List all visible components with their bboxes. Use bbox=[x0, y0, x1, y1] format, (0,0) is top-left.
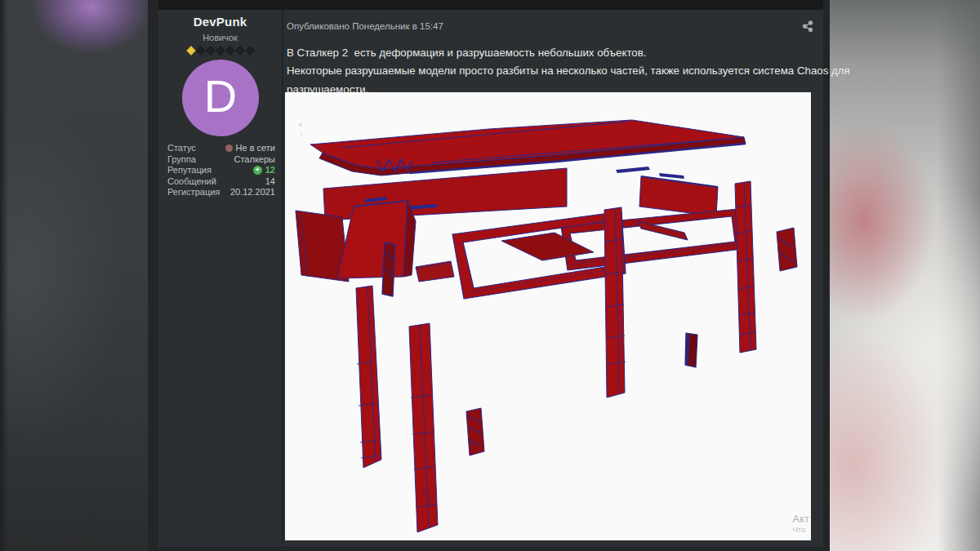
stat-value: 14 bbox=[265, 176, 275, 188]
post-text-line: Некоторые разрушаемые модели просто разб… bbox=[287, 62, 850, 80]
rating-pip bbox=[206, 46, 215, 55]
stat-label: Сообщений bbox=[167, 176, 216, 188]
stat-value: Сталкеры bbox=[234, 154, 275, 166]
rating-pip bbox=[216, 46, 225, 55]
share-icon[interactable] bbox=[802, 20, 813, 32]
offline-status-dot-icon bbox=[225, 144, 233, 152]
rating-pip-filled bbox=[186, 46, 195, 55]
stat-row-registered: Регистрация 20.12.2021 bbox=[167, 187, 275, 198]
post-published-timestamp: Опубликовано Понедельник в 15:47 bbox=[287, 21, 443, 31]
stat-row-reputation: Репутация + 12 bbox=[167, 165, 275, 176]
sidebar-divider bbox=[282, 10, 283, 547]
post-attached-image[interactable]: Акт Что bbox=[285, 92, 811, 540]
stat-label: Статус bbox=[167, 143, 196, 154]
stat-value: Не в сети bbox=[236, 143, 275, 154]
exploded-table-3d-render bbox=[285, 92, 811, 540]
stat-value: 12 bbox=[265, 165, 275, 176]
screenshot-stage: DevPunk Новичок D Статус Не в сет bbox=[0, 0, 980, 551]
stat-value: 20.12.2021 bbox=[230, 187, 275, 198]
post-text-line: В Сталкер 2 есть деформация и разрушаемо… bbox=[287, 44, 850, 62]
stat-label: Регистрация bbox=[167, 187, 220, 198]
post-body: В Сталкер 2 есть деформация и разрушаемо… bbox=[287, 44, 850, 99]
user-stats-list: Статус Не в сети Группа Сталкеры Репутац… bbox=[167, 143, 275, 198]
forum-post-panel: DevPunk Новичок D Статус Не в сет bbox=[158, 10, 823, 551]
stat-row-group: Группа Сталкеры bbox=[167, 154, 275, 166]
watermark-line: Что bbox=[793, 525, 809, 534]
stat-row-status: Статус Не в сети bbox=[167, 143, 275, 154]
reputation-plus-icon: + bbox=[253, 166, 262, 175]
user-rating-pips bbox=[158, 47, 282, 54]
panel-bottom-edge bbox=[158, 548, 823, 551]
avatar-letter: D bbox=[204, 73, 237, 119]
blurred-background-right bbox=[830, 0, 980, 551]
background-left-strip bbox=[148, 0, 158, 551]
stat-row-messages: Сообщений 14 bbox=[167, 176, 275, 188]
stat-label: Репутация bbox=[167, 165, 212, 176]
rating-pip bbox=[245, 46, 254, 55]
user-info-sidebar: DevPunk Новичок D Статус Не в сет bbox=[158, 10, 282, 547]
avatar[interactable]: D bbox=[182, 60, 259, 136]
blurred-background-left bbox=[0, 0, 148, 551]
rating-pip bbox=[235, 46, 244, 55]
user-rank-label: Новичок bbox=[158, 33, 282, 42]
rating-pip bbox=[225, 46, 234, 55]
windows-activation-watermark: Акт Что bbox=[793, 513, 809, 534]
watermark-line: Акт bbox=[793, 513, 809, 525]
username-link[interactable]: DevPunk bbox=[158, 15, 282, 29]
background-left-edge bbox=[0, 0, 8, 551]
stat-label: Группа bbox=[167, 154, 196, 166]
rating-pip bbox=[196, 46, 205, 55]
